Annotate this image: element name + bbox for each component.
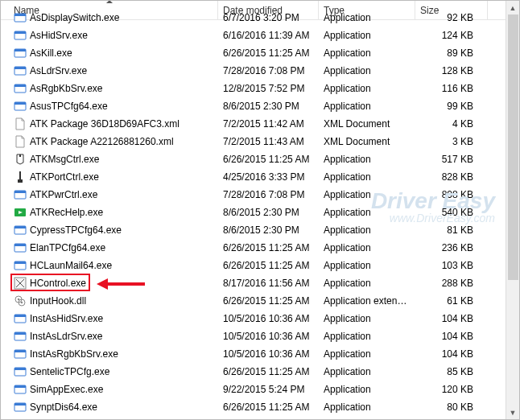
- file-type: Application: [319, 401, 415, 413]
- file-size: 128 KB: [415, 65, 488, 76]
- file-date: 10/5/2016 10:36 AM: [218, 348, 319, 360]
- file-row[interactable]: SynptDis64.exe 6/26/2015 11:25 AM Applic…: [1, 398, 519, 416]
- file-name: SynptDis64.exe: [30, 401, 97, 413]
- file-size: 80 KB: [415, 401, 488, 413]
- file-type: Application: [319, 12, 415, 23]
- file-type: Application: [319, 30, 415, 41]
- file-type: Application: [319, 278, 415, 289]
- file-icon: [14, 117, 27, 130]
- file-row[interactable]: ATKRecHelp.exe 8/6/2015 2:30 PM Applicat…: [1, 204, 519, 221]
- svg-rect-16: [14, 191, 26, 193]
- file-icon: [14, 330, 27, 343]
- file-date: 9/22/2015 5:24 PM: [218, 384, 319, 395]
- file-name: AsHidSrv.exe: [30, 30, 88, 41]
- file-date: 6/16/2016 11:39 AM: [218, 30, 319, 41]
- file-row[interactable]: SynptSync64.exe 6/26/2015 11:25 AM Appli…: [1, 416, 519, 419]
- file-name: HCLaunMail64.exe: [30, 260, 112, 271]
- svg-rect-22: [14, 244, 26, 246]
- file-row[interactable]: InstAsLdrSrv.exe 10/5/2016 10:36 AM Appl…: [1, 327, 519, 345]
- file-row[interactable]: InstAsRgbKbSrv.exe 10/5/2016 10:36 AM Ap…: [1, 345, 519, 363]
- file-row[interactable]: ATK Package 36D18D69AFC3.xml 7/2/2015 11…: [1, 115, 519, 133]
- file-date: 10/5/2016 10:36 AM: [218, 313, 319, 324]
- file-date: 12/8/2015 7:52 PM: [218, 83, 319, 94]
- file-name: ATKPwrCtrl.exe: [30, 189, 97, 200]
- svg-rect-5: [14, 49, 26, 51]
- file-name: ATKPortCtrl.exe: [30, 171, 99, 183]
- file-row[interactable]: SentelicTPCfg.exe 6/26/2015 11:25 AM App…: [1, 363, 519, 381]
- file-name: InstAsRgbKbSrv.exe: [30, 348, 118, 360]
- file-icon: [14, 153, 27, 166]
- file-name: HControl.exe: [30, 278, 86, 289]
- file-row[interactable]: AsHidSrv.exe 6/16/2016 11:39 AM Applicat…: [1, 27, 519, 44]
- file-row[interactable]: HCLaunMail64.exe 6/26/2015 11:25 AM Appl…: [1, 257, 519, 274]
- vertical-scrollbar[interactable]: ▲ ▼: [506, 1, 519, 419]
- file-icon: [14, 365, 27, 378]
- file-row[interactable]: HControl.exe 8/17/2016 11:56 AM Applicat…: [1, 274, 519, 292]
- file-icon: [14, 277, 27, 290]
- file-rows: AsDisplaySwitch.exe 6/7/2016 3:20 PM App…: [1, 9, 519, 419]
- scroll-down-button[interactable]: ▼: [506, 406, 520, 419]
- file-size: 61 KB: [415, 295, 488, 307]
- file-row[interactable]: AsKill.exe 6/26/2015 11:25 AM Applicatio…: [1, 44, 519, 62]
- file-date: 8/17/2016 11:56 AM: [218, 278, 319, 289]
- file-row[interactable]: AsRgbKbSrv.exe 12/8/2015 7:52 PM Applica…: [1, 80, 519, 97]
- file-date: 6/26/2015 11:25 AM: [218, 47, 319, 59]
- svg-rect-37: [14, 368, 26, 370]
- svg-rect-39: [14, 385, 26, 388]
- file-row[interactable]: ATKMsgCtrl.exe 6/26/2015 11:25 AM Applic…: [1, 150, 519, 168]
- svg-point-29: [21, 302, 23, 303]
- file-type: Application: [319, 348, 415, 360]
- file-row[interactable]: InputHook.dll 6/26/2015 11:25 AM Applica…: [1, 292, 519, 310]
- svg-rect-14: [18, 179, 23, 183]
- file-size: 120 KB: [415, 384, 488, 395]
- file-date: 6/26/2015 11:25 AM: [218, 366, 319, 377]
- svg-rect-11: [14, 102, 26, 105]
- file-icon: [14, 47, 27, 60]
- scroll-up-button[interactable]: ▲: [506, 1, 520, 14]
- svg-rect-31: [14, 315, 26, 317]
- file-icon: [14, 224, 27, 237]
- file-size: 517 KB: [415, 154, 488, 165]
- file-type: Application: [319, 207, 415, 218]
- file-date: 6/26/2015 11:25 AM: [218, 154, 319, 165]
- file-row[interactable]: AsLdrSrv.exe 7/28/2016 7:08 PM Applicati…: [1, 62, 519, 80]
- file-type: Application: [319, 331, 415, 342]
- svg-rect-41: [14, 403, 26, 406]
- file-size: 828 KB: [415, 171, 488, 183]
- file-row[interactable]: ATKPwrCtrl.exe 7/28/2016 7:08 PM Applica…: [1, 186, 519, 204]
- file-row[interactable]: InstAsHidSrv.exe 10/5/2016 10:36 AM Appl…: [1, 310, 519, 327]
- file-icon: [14, 64, 27, 77]
- file-name: ATKMsgCtrl.exe: [30, 154, 99, 165]
- file-date: 10/5/2016 10:36 AM: [218, 331, 319, 342]
- file-icon: [14, 401, 27, 414]
- file-size: 104 KB: [415, 313, 488, 324]
- file-name: SimAppExec.exe: [30, 384, 103, 395]
- file-name: ATK Package A22126881260.xml: [30, 136, 174, 147]
- file-name: CypressTPCfg64.exe: [30, 224, 122, 236]
- file-row[interactable]: CypressTPCfg64.exe 8/6/2015 2:30 PM Appl…: [1, 221, 519, 239]
- file-row[interactable]: ElanTPCfg64.exe 6/26/2015 11:25 AM Appli…: [1, 239, 519, 257]
- file-icon: [14, 82, 27, 95]
- file-name: AsLdrSrv.exe: [30, 65, 87, 76]
- file-type: Application: [319, 384, 415, 395]
- svg-rect-3: [14, 31, 26, 34]
- file-date: 7/2/2015 11:42 AM: [218, 118, 319, 130]
- file-size: 81 KB: [415, 224, 488, 236]
- file-type: Application extens…: [319, 295, 415, 307]
- scroll-thumb[interactable]: [508, 14, 518, 280]
- file-icon: [14, 348, 27, 360]
- file-size: 236 KB: [415, 242, 488, 253]
- file-type: Application: [319, 313, 415, 324]
- svg-rect-7: [14, 67, 26, 69]
- file-row[interactable]: ATK Package A22126881260.xml 7/2/2015 11…: [1, 133, 519, 150]
- file-icon: [14, 418, 27, 419]
- file-icon: [14, 29, 27, 42]
- file-icon: [14, 241, 27, 254]
- scroll-track[interactable]: [506, 14, 519, 406]
- file-name: AsusTPCfg64.exe: [30, 101, 108, 112]
- file-row[interactable]: SimAppExec.exe 9/22/2015 5:24 PM Applica…: [1, 381, 519, 398]
- file-row[interactable]: ATKPortCtrl.exe 4/25/2016 3:33 PM Applic…: [1, 168, 519, 186]
- file-row[interactable]: AsusTPCfg64.exe 8/6/2015 2:30 PM Applica…: [1, 97, 519, 115]
- file-type: Application: [319, 260, 415, 271]
- file-row[interactable]: AsDisplaySwitch.exe 6/7/2016 3:20 PM App…: [1, 9, 519, 27]
